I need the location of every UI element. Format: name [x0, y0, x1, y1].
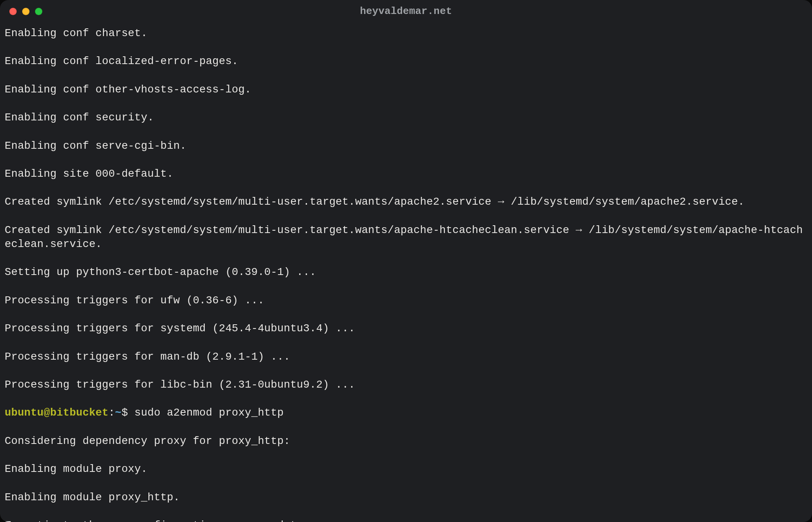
terminal-output-line: Processing triggers for systemd (245.4-4…	[5, 322, 807, 336]
terminal-window: heyvaldemar.net Enabling conf charset. E…	[0, 0, 812, 522]
terminal-prompt-line[interactable]: ubuntu@bitbucket:~$ sudo a2enmod proxy_h…	[5, 406, 807, 420]
terminal-output-line: Processing triggers for libc-bin (2.31-0…	[5, 378, 807, 392]
window-titlebar: heyvaldemar.net	[0, 0, 812, 23]
terminal-output-line: Processing triggers for man-db (2.9.1-1)…	[5, 350, 807, 364]
terminal-output-line: Processing triggers for ufw (0.36-6) ...	[5, 294, 807, 308]
terminal-output-line: Enabling conf security.	[5, 111, 807, 125]
terminal-output-line: To activate the new configuration, you n…	[5, 519, 807, 522]
terminal-output-line: Enabling module proxy.	[5, 462, 807, 476]
zoom-icon[interactable]	[35, 8, 42, 15]
terminal-output-line: Enabling site 000-default.	[5, 167, 807, 181]
minimize-icon[interactable]	[22, 8, 30, 15]
prompt-dollar: $	[122, 407, 134, 419]
window-title: heyvaldemar.net	[0, 5, 812, 17]
terminal-output-line: Enabling conf localized-error-pages.	[5, 54, 807, 68]
prompt-user-host: ubuntu@bitbucket	[5, 407, 108, 419]
terminal-output-line: Created symlink /etc/systemd/system/mult…	[5, 195, 807, 209]
terminal-output-line: Created symlink /etc/systemd/system/mult…	[5, 223, 807, 251]
prompt-cwd: ~	[115, 407, 122, 419]
close-icon[interactable]	[9, 8, 17, 15]
terminal-output-line: Enabling conf other-vhosts-access-log.	[5, 83, 807, 97]
terminal-output-line: Enabling conf charset.	[5, 26, 807, 40]
terminal-output-line: Enabling conf serve-cgi-bin.	[5, 139, 807, 153]
terminal-output-line: Setting up python3-certbot-apache (0.39.…	[5, 265, 807, 279]
prompt-command: sudo a2enmod proxy_http	[134, 407, 284, 419]
window-controls	[9, 8, 42, 15]
terminal-output-line: Considering dependency proxy for proxy_h…	[5, 434, 807, 448]
terminal-output-line: Enabling module proxy_http.	[5, 491, 807, 505]
terminal-body[interactable]: Enabling conf charset. Enabling conf loc…	[0, 23, 812, 522]
prompt-separator: :	[108, 407, 115, 419]
